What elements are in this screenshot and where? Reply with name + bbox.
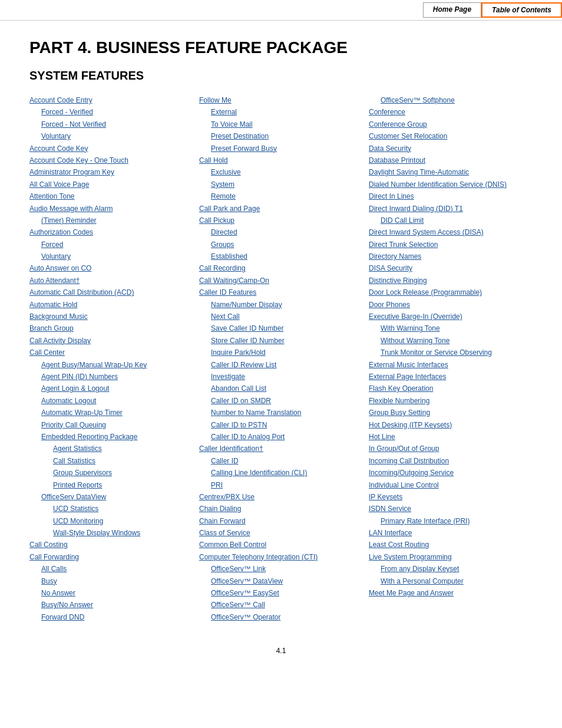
link-item[interactable]: Investigate <box>199 371 363 383</box>
link-item[interactable]: Account Code Entry <box>29 94 193 106</box>
link-item[interactable]: IP Keysets <box>369 491 533 503</box>
link-item[interactable]: Automatic Wrap-Up Timer <box>29 407 193 419</box>
link-item[interactable]: Incoming/Outgoing Service <box>369 467 533 479</box>
link-item[interactable]: Caller Identification† <box>199 443 363 454</box>
link-item[interactable]: Follow Me <box>199 94 363 106</box>
link-item[interactable]: Groups <box>199 239 363 251</box>
link-item[interactable]: Call Forwarding <box>29 551 193 563</box>
link-item[interactable]: Audio Message with Alarm <box>29 203 193 215</box>
link-item[interactable]: Flash Key Operation <box>369 383 533 394</box>
link-item[interactable]: Remote <box>199 190 363 202</box>
link-item[interactable]: In Group/Out of Group <box>369 443 533 454</box>
link-item[interactable]: With a Personal Computer <box>369 575 533 587</box>
link-item[interactable]: Agent Busy/Manual Wrap-Up Key <box>29 359 193 371</box>
link-item[interactable]: Call Center <box>29 347 193 358</box>
link-item[interactable]: Group Busy Setting <box>369 407 533 419</box>
link-item[interactable]: OfficeServ™ Link <box>199 563 363 575</box>
link-item[interactable]: Next Call <box>199 311 363 322</box>
link-item[interactable]: With Warning Tone <box>369 322 533 334</box>
link-item[interactable]: Door Phones <box>369 299 533 311</box>
link-item[interactable]: Agent Statistics <box>29 443 193 454</box>
link-item[interactable]: Conference Group <box>369 118 533 130</box>
link-item[interactable]: Centrex/PBX Use <box>199 491 363 503</box>
link-item[interactable]: Busy/No Answer <box>29 599 193 611</box>
link-item[interactable]: Voluntary <box>29 251 193 262</box>
link-item[interactable]: Customer Set Relocation <box>369 130 533 142</box>
link-item[interactable]: Least Cost Routing <box>369 539 533 551</box>
link-item[interactable]: Account Code Key - One Touch <box>29 154 193 166</box>
link-item[interactable]: PRI <box>199 479 363 491</box>
link-item[interactable]: Save Caller ID Number <box>199 322 363 334</box>
link-item[interactable]: Caller ID to Analog Port <box>199 431 363 443</box>
link-item[interactable]: Conference <box>369 106 533 118</box>
link-item[interactable]: Forward DND <box>29 611 193 623</box>
link-item[interactable]: Group Supervisors <box>29 467 193 479</box>
link-item[interactable]: Call Statistics <box>29 455 193 467</box>
home-page-button[interactable]: Home Page <box>423 2 481 18</box>
link-item[interactable]: Dialed Number Identification Service (DN… <box>369 179 533 190</box>
link-item[interactable]: Administrator Program Key <box>29 166 193 178</box>
link-item[interactable]: Direct Inward Dialing (DID) T1 <box>369 203 533 215</box>
link-item[interactable]: Flexible Numbering <box>369 395 533 407</box>
link-item[interactable]: Voluntary <box>29 130 193 142</box>
link-item[interactable]: Forced - Verified <box>29 106 193 118</box>
link-item[interactable]: Attention Tone <box>29 190 193 202</box>
link-item[interactable]: Call Pickup <box>199 215 363 226</box>
link-item[interactable]: Caller ID <box>199 455 363 467</box>
link-item[interactable]: Call Park and Page <box>199 203 363 215</box>
link-item[interactable]: OfficeServ™ DataView <box>199 575 363 587</box>
link-item[interactable]: OfficeServ DataView <box>29 491 193 503</box>
link-item[interactable]: Door Lock Release (Programmable) <box>369 286 533 298</box>
link-item[interactable]: Call Waiting/Camp-On <box>199 275 363 286</box>
link-item[interactable]: Established <box>199 251 363 262</box>
link-item[interactable]: Background Music <box>29 311 193 322</box>
link-item[interactable]: Primary Rate Interface (PRI) <box>369 515 533 527</box>
link-item[interactable]: Preset Forward Busy <box>199 143 363 154</box>
link-item[interactable]: OfficeServ™ Call <box>199 599 363 611</box>
link-item[interactable]: Auto Attendant† <box>29 275 193 286</box>
link-item[interactable]: Call Activity Display <box>29 335 193 347</box>
link-item[interactable]: OfficeServ™ EasySet <box>199 587 363 599</box>
link-item[interactable]: Chain Forward <box>199 515 363 527</box>
link-item[interactable]: Automatic Hold <box>29 299 193 311</box>
link-item[interactable]: Individual Line Control <box>369 479 533 491</box>
link-item[interactable]: Store Caller ID Number <box>199 335 363 347</box>
link-item[interactable]: Caller ID Review List <box>199 359 363 371</box>
link-item[interactable]: UCD Monitoring <box>29 515 193 527</box>
link-item[interactable]: Automatic Logout <box>29 395 193 407</box>
link-item[interactable]: DISA Security <box>369 262 533 274</box>
link-item[interactable]: Live System Programming <box>369 551 533 563</box>
link-item[interactable]: Caller ID on SMDR <box>199 395 363 407</box>
link-item[interactable]: (Timer) Reminder <box>29 215 193 226</box>
link-item[interactable]: LAN Interface <box>369 527 533 539</box>
link-item[interactable]: Embedded Reporting Package <box>29 431 193 443</box>
link-item[interactable]: Directory Names <box>369 251 533 262</box>
link-item[interactable]: Distinctive Ringing <box>369 275 533 286</box>
link-item[interactable]: Meet Me Page and Answer <box>369 587 533 599</box>
table-of-contents-button[interactable]: Table of Contents <box>481 2 562 18</box>
link-item[interactable]: OfficeServ™ Operator <box>199 611 363 623</box>
link-item[interactable]: Trunk Monitor or Service Observing <box>369 347 533 358</box>
link-item[interactable]: Caller ID Features <box>199 286 363 298</box>
link-item[interactable]: Forced - Not Verified <box>29 118 193 130</box>
link-item[interactable]: Hot Desking (ITP Keysets) <box>369 419 533 431</box>
link-item[interactable]: Directed <box>199 226 363 238</box>
link-item[interactable]: Forced <box>29 239 193 251</box>
link-item[interactable]: Preset Destination <box>199 130 363 142</box>
link-item[interactable]: Wall-Style Display Windows <box>29 527 193 539</box>
link-item[interactable]: Busy <box>29 575 193 587</box>
link-item[interactable]: Call Costing <box>29 539 193 551</box>
link-item[interactable]: Abandon Call List <box>199 383 363 394</box>
link-item[interactable]: Agent Login & Logout <box>29 383 193 394</box>
link-item[interactable]: Incoming Call Distribution <box>369 455 533 467</box>
link-item[interactable]: Branch Group <box>29 322 193 334</box>
link-item[interactable]: Automatic Call Distribution (ACD) <box>29 286 193 298</box>
link-item[interactable]: OfficeServ™ Softphone <box>369 94 533 106</box>
link-item[interactable]: Data Security <box>369 143 533 154</box>
link-item[interactable]: Exclusive <box>199 166 363 178</box>
link-item[interactable]: Chain Dialing <box>199 503 363 515</box>
link-item[interactable]: External <box>199 106 363 118</box>
link-item[interactable]: Printed Reports <box>29 479 193 491</box>
link-item[interactable]: Name/Number Display <box>199 299 363 311</box>
link-item[interactable]: To Voice Mail <box>199 118 363 130</box>
